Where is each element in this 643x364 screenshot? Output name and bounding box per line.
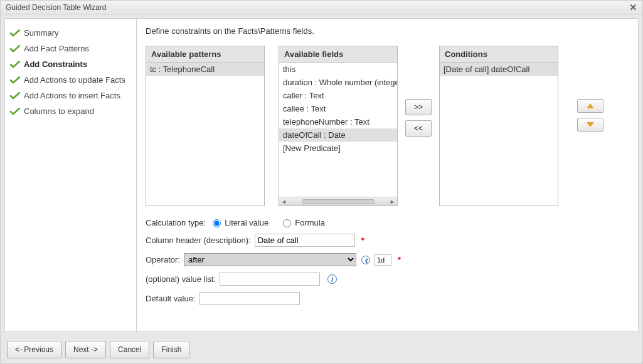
scrollbar-thumb[interactable] bbox=[302, 199, 375, 204]
check-icon bbox=[10, 61, 20, 68]
list-item[interactable]: caller : Text bbox=[279, 89, 397, 102]
nav-item-label: Columns to expand bbox=[24, 107, 94, 116]
remove-field-button[interactable]: << bbox=[405, 120, 432, 137]
fields-list[interactable]: this duration : Whole number (intege cal… bbox=[279, 63, 397, 205]
move-down-button[interactable] bbox=[577, 118, 603, 132]
wizard-window: Guided Decision Table Wizard ✕ Summary A… bbox=[0, 0, 643, 364]
condition-form: Calculation type: Literal value Formula … bbox=[146, 217, 630, 305]
default-value-row: Default value: bbox=[146, 292, 630, 305]
nav-item-fact-patterns[interactable]: Add Fact Patterns bbox=[9, 41, 132, 56]
header-row: Column header (description): * bbox=[146, 234, 630, 247]
operator-select[interactable]: after bbox=[184, 253, 356, 266]
calc-literal-radio[interactable]: Literal value bbox=[210, 217, 268, 227]
reorder-buttons bbox=[570, 99, 611, 132]
nav-item-constraints[interactable]: Add Constraints bbox=[9, 56, 132, 72]
conditions-list[interactable]: [Date of call] dateOfCall bbox=[440, 63, 558, 205]
columns-row: Available patterns tc : TelephoneCall Av… bbox=[146, 46, 630, 206]
previous-button[interactable]: <- Previous bbox=[7, 341, 61, 358]
available-fields-panel: Available fields this duration : Whole n… bbox=[279, 46, 398, 206]
wizard-footer: <- Previous Next -> Cancel Finish bbox=[1, 336, 642, 363]
nav-item-label: Summary bbox=[24, 28, 59, 38]
horizontal-scrollbar[interactable]: ◄ ► bbox=[279, 197, 397, 205]
wizard-nav: Summary Add Fact Patterns Add Constraint… bbox=[5, 19, 137, 331]
default-value-input[interactable] bbox=[199, 292, 300, 305]
operator-label: Operator: bbox=[146, 255, 180, 264]
check-icon bbox=[10, 45, 20, 53]
value-list-input[interactable] bbox=[220, 273, 320, 286]
check-icon bbox=[10, 76, 20, 84]
body: Summary Add Fact Patterns Add Constraint… bbox=[4, 18, 639, 332]
nav-item-label: Add Fact Patterns bbox=[24, 44, 89, 53]
main-panel: Define constraints on the Facts\Patterns… bbox=[137, 19, 638, 331]
check-icon bbox=[10, 29, 20, 37]
calc-formula-input[interactable] bbox=[283, 219, 291, 227]
check-icon bbox=[10, 108, 20, 115]
panel-header-conditions: Conditions bbox=[440, 46, 558, 63]
arrow-down-icon bbox=[587, 122, 594, 127]
list-item[interactable]: dateOfCall : Date bbox=[279, 128, 397, 142]
calc-type-label: Calculation type: bbox=[146, 218, 206, 227]
next-button[interactable]: Next -> bbox=[65, 341, 106, 358]
panel-header-patterns: Available patterns bbox=[146, 46, 264, 63]
scroll-left-icon[interactable]: ◄ bbox=[281, 199, 287, 205]
nav-item-insert-actions[interactable]: Add Actions to insert Facts bbox=[9, 88, 132, 103]
instruction-text: Define constraints on the Facts\Patterns… bbox=[146, 26, 630, 36]
list-item[interactable]: telephoneNumber : Text bbox=[279, 115, 397, 128]
list-item[interactable]: [New Predicate] bbox=[279, 142, 397, 155]
operator-row: Operator: after * bbox=[146, 253, 630, 266]
add-field-button[interactable]: >> bbox=[405, 99, 432, 115]
nav-item-label: Add Constraints bbox=[24, 60, 87, 69]
value-list-row: (optional) value list: i bbox=[146, 273, 630, 286]
window-title: Guided Decision Table Wizard bbox=[6, 3, 107, 12]
calc-literal-text: Literal value bbox=[225, 218, 268, 227]
nav-item-label: Add Actions to update Facts bbox=[24, 75, 125, 85]
check-icon bbox=[10, 92, 20, 100]
calc-literal-input[interactable] bbox=[213, 219, 221, 227]
nav-item-summary[interactable]: Summary bbox=[9, 25, 132, 41]
nav-item-update-actions[interactable]: Add Actions to update Facts bbox=[9, 72, 132, 88]
calc-formula-text: Formula bbox=[295, 218, 325, 227]
column-header-label: Column header (description): bbox=[146, 236, 251, 245]
column-header-input[interactable] bbox=[255, 234, 355, 247]
clock-icon[interactable] bbox=[361, 256, 370, 264]
list-item[interactable]: callee : Text bbox=[279, 102, 397, 115]
available-patterns-panel: Available patterns tc : TelephoneCall bbox=[146, 46, 265, 206]
required-marker: * bbox=[361, 236, 364, 245]
nav-item-columns-expand[interactable]: Columns to expand bbox=[9, 103, 132, 119]
cancel-button[interactable]: Cancel bbox=[110, 341, 149, 358]
list-item[interactable]: duration : Whole number (intege bbox=[279, 76, 397, 89]
finish-button[interactable]: Finish bbox=[153, 341, 189, 358]
titlebar: Guided Decision Table Wizard ✕ bbox=[1, 1, 642, 14]
panel-header-fields: Available fields bbox=[279, 46, 397, 63]
list-item[interactable]: this bbox=[279, 63, 397, 76]
list-item[interactable]: tc : TelephoneCall bbox=[146, 63, 264, 76]
required-marker: * bbox=[398, 255, 401, 264]
move-buttons: >> << bbox=[398, 99, 439, 137]
calc-formula-radio[interactable]: Formula bbox=[280, 217, 325, 227]
calc-type-row: Calculation type: Literal value Formula bbox=[146, 217, 630, 227]
nav-item-label: Add Actions to insert Facts bbox=[24, 91, 120, 100]
cep-window-input[interactable] bbox=[374, 254, 391, 266]
patterns-list[interactable]: tc : TelephoneCall bbox=[146, 63, 264, 205]
close-icon[interactable]: ✕ bbox=[629, 3, 637, 12]
arrow-up-icon bbox=[587, 103, 594, 108]
info-icon[interactable]: i bbox=[327, 274, 337, 284]
default-value-label: Default value: bbox=[146, 294, 196, 303]
scroll-right-icon[interactable]: ► bbox=[390, 199, 395, 205]
value-list-label: (optional) value list: bbox=[146, 274, 216, 284]
conditions-panel: Conditions [Date of call] dateOfCall bbox=[439, 46, 558, 206]
list-item[interactable]: [Date of call] dateOfCall bbox=[440, 63, 558, 76]
move-up-button[interactable] bbox=[577, 99, 603, 113]
